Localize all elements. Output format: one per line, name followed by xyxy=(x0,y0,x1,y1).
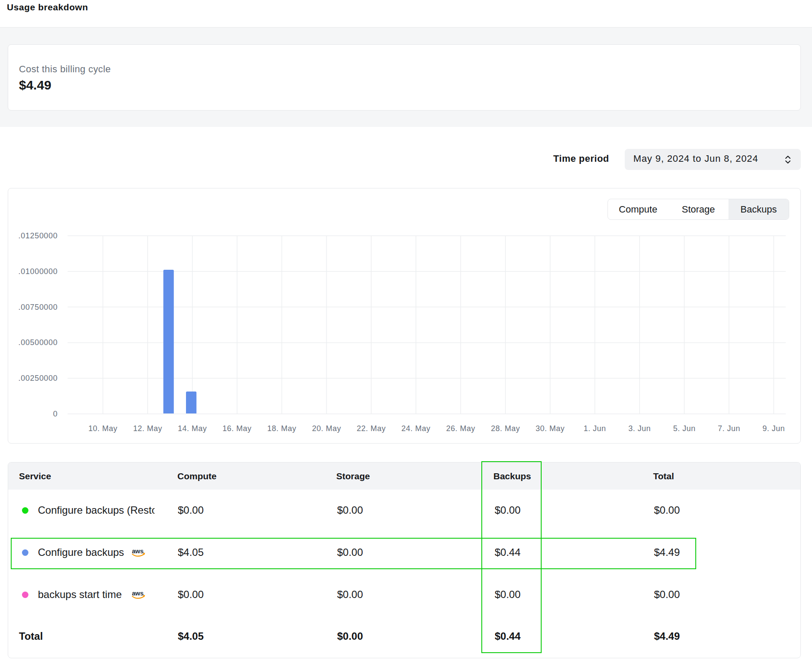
svg-text:12. May: 12. May xyxy=(133,424,162,433)
svg-text:.00500000: .00500000 xyxy=(19,338,58,347)
svg-text:0: 0 xyxy=(53,410,58,418)
svg-text:24. May: 24. May xyxy=(401,424,431,433)
svg-text:26. May: 26. May xyxy=(446,424,475,433)
svg-text:.00750000: .00750000 xyxy=(19,303,58,311)
svg-text:1. Jun: 1. Jun xyxy=(584,424,606,433)
svg-text:aws: aws xyxy=(132,590,144,597)
svg-text:10. May: 10. May xyxy=(88,424,118,433)
svg-text:16. May: 16. May xyxy=(223,424,252,433)
svg-text:14. May: 14. May xyxy=(178,424,207,433)
svg-text:.01250000: .01250000 xyxy=(19,231,58,240)
svg-text:9. Jun: 9. Jun xyxy=(762,424,785,433)
svg-text:20. May: 20. May xyxy=(312,424,341,433)
svg-text:.01000000: .01000000 xyxy=(19,267,58,276)
svg-text:28. May: 28. May xyxy=(491,424,520,433)
svg-text:3. Jun: 3. Jun xyxy=(628,424,651,433)
svg-text:30. May: 30. May xyxy=(536,424,565,433)
svg-text:.00250000: .00250000 xyxy=(19,374,58,382)
svg-text:18. May: 18. May xyxy=(267,424,297,433)
svg-text:22. May: 22. May xyxy=(356,424,386,433)
svg-text:7. Jun: 7. Jun xyxy=(718,424,740,433)
svg-text:5. Jun: 5. Jun xyxy=(673,424,695,433)
